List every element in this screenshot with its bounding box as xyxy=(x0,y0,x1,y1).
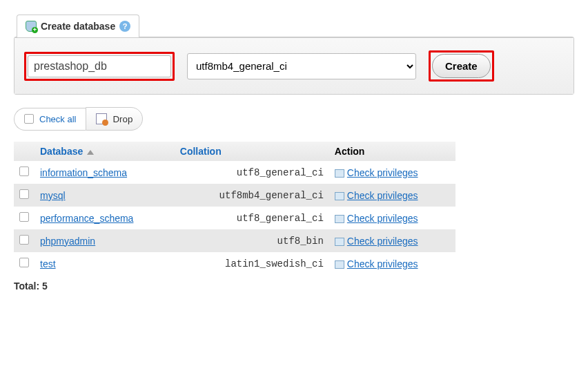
database-link[interactable]: phpmyadmin xyxy=(40,236,95,247)
collation-select[interactable]: utf8mb4_general_ci xyxy=(187,53,416,79)
check-privileges-link[interactable]: Check privileges xyxy=(347,236,418,247)
drop-label: Drop xyxy=(112,114,133,124)
row-checkbox[interactable] xyxy=(19,235,29,245)
database-link[interactable]: mysql xyxy=(40,190,66,201)
row-checkbox[interactable] xyxy=(19,167,29,176)
row-checkbox[interactable] xyxy=(19,212,29,222)
create-database-tab: Create database ? xyxy=(17,15,139,37)
collation-cell: utf8_bin xyxy=(175,229,329,252)
row-checkbox[interactable] xyxy=(19,189,29,199)
total-row: Total: 5 xyxy=(14,280,574,292)
drop-icon xyxy=(96,113,107,124)
privileges-icon xyxy=(335,192,344,200)
col-database[interactable]: Database xyxy=(35,142,175,161)
table-row: information_schemautf8_general_ciCheck p… xyxy=(14,161,455,184)
col-collation[interactable]: Collation xyxy=(175,142,329,161)
check-privileges-link[interactable]: Check privileges xyxy=(347,213,418,224)
create-database-section: Create database ? utf8mb4_general_ci Cre… xyxy=(14,14,574,95)
highlight-db-name xyxy=(24,52,175,81)
total-count: 5 xyxy=(42,280,48,292)
col-check xyxy=(14,142,35,161)
drop-button[interactable]: Drop xyxy=(86,107,143,131)
bulk-toolbar: Check all Drop xyxy=(14,107,574,131)
highlight-create-button: Create xyxy=(429,50,494,82)
collation-cell: utf8_general_ci xyxy=(175,207,329,229)
create-database-panel: utf8mb4_general_ci Create xyxy=(14,37,574,95)
database-name-input[interactable] xyxy=(28,55,171,77)
table-row: testlatin1_swedish_ciCheck privileges xyxy=(14,252,455,275)
database-add-icon xyxy=(26,21,37,32)
check-all-button[interactable]: Check all xyxy=(14,108,86,131)
check-privileges-link[interactable]: Check privileges xyxy=(347,258,418,269)
collation-cell: utf8_general_ci xyxy=(175,161,329,184)
check-all-label: Check all xyxy=(39,114,76,124)
col-action: Action xyxy=(329,142,455,161)
privileges-icon xyxy=(335,169,344,178)
create-button[interactable]: Create xyxy=(432,54,491,78)
table-row: performance_schemautf8_general_ciCheck p… xyxy=(14,207,455,229)
check-all-checkbox[interactable] xyxy=(24,114,34,124)
create-database-label: Create database xyxy=(41,21,115,32)
sort-asc-icon xyxy=(87,150,94,155)
privileges-icon xyxy=(335,238,344,246)
privileges-icon xyxy=(335,215,344,223)
privileges-icon xyxy=(335,260,344,269)
database-link[interactable]: performance_schema xyxy=(40,213,133,224)
table-row: mysqlutf8mb4_general_ciCheck privileges xyxy=(14,184,455,207)
collation-cell: latin1_swedish_ci xyxy=(175,252,329,275)
collation-cell: utf8mb4_general_ci xyxy=(175,184,329,207)
check-privileges-link[interactable]: Check privileges xyxy=(347,190,418,201)
check-privileges-link[interactable]: Check privileges xyxy=(347,167,418,178)
database-table: Database Collation Action information_sc… xyxy=(14,142,455,275)
table-row: phpmyadminutf8_binCheck privileges xyxy=(14,229,455,252)
help-icon[interactable]: ? xyxy=(119,21,130,32)
total-label: Total: xyxy=(14,280,42,292)
database-link[interactable]: information_schema xyxy=(40,167,127,178)
database-link[interactable]: test xyxy=(40,258,56,269)
row-checkbox[interactable] xyxy=(19,258,29,267)
